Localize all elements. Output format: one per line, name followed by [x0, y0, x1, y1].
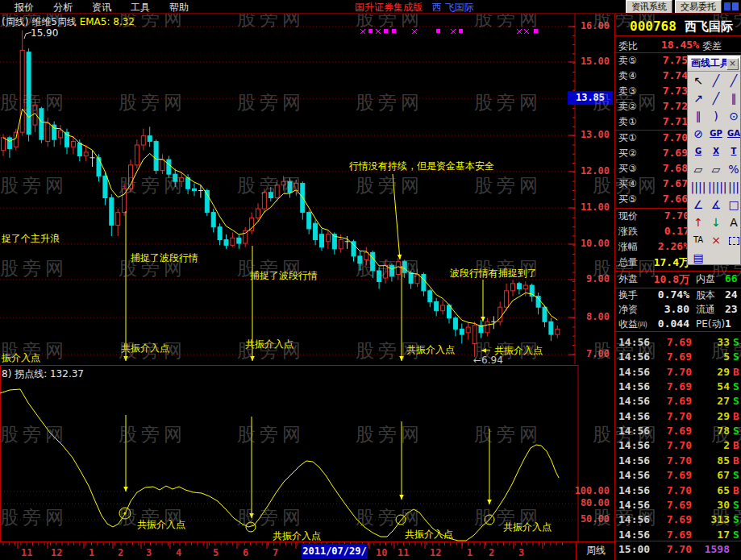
indicator-annotation[interactable]: 共振介入点 [503, 521, 552, 534]
price-axis-label[interactable]: 10.00 [568, 238, 610, 249]
tape-volume[interactable]: 29 [693, 366, 730, 378]
quote-level-price[interactable]: 7.74 [647, 69, 688, 81]
top-button-0[interactable]: 资讯系统 [626, 0, 672, 14]
tape-price[interactable]: 7.69 [651, 529, 692, 541]
tape-time[interactable]: 14:56 [618, 439, 650, 451]
percent-h-tool-icon[interactable]: X [708, 143, 724, 160]
trend-line-tool-icon[interactable]: ╱ [726, 73, 741, 89]
tape-price[interactable]: 7.70 [651, 543, 692, 555]
percent-line-tool-icon[interactable]: % [726, 161, 741, 177]
tape-price[interactable]: 7.69 [651, 513, 692, 525]
info-label[interactable]: 总量 [618, 255, 638, 269]
month-label[interactable]: 11 [398, 547, 409, 558]
tape-side[interactable]: S [733, 351, 739, 363]
tape-time[interactable]: 14:56 [618, 410, 650, 422]
palette-close-icon[interactable]: × [726, 58, 739, 70]
info-label[interactable]: 现价 [618, 209, 638, 223]
month-label[interactable]: 12 [51, 547, 62, 558]
tape-side[interactable]: S [733, 469, 739, 481]
tape-volume[interactable]: 85 [693, 454, 730, 467]
info-label[interactable]: 股本 [696, 288, 715, 302]
info-label[interactable]: 内盘 [696, 272, 715, 286]
tape-price[interactable]: 7.70 [651, 439, 692, 451]
info-value[interactable]: 0.044 [636, 317, 689, 330]
price-axis-label[interactable]: 11.00 [568, 201, 610, 213]
top-button-1[interactable]: 交易委托 [675, 0, 722, 14]
tape-price[interactable]: 7.70 [651, 410, 692, 422]
month-label[interactable]: 10 [376, 547, 387, 558]
month-label[interactable]: 2 [118, 547, 123, 558]
gp-tool-icon[interactable]: GP [708, 126, 724, 142]
quote-level-label[interactable]: 买③ [618, 162, 637, 176]
tape-time[interactable]: 15:00 [618, 543, 650, 555]
tape-volume[interactable]: 29 [693, 410, 730, 422]
chart-annotation[interactable]: 捉了个主升浪 [2, 232, 60, 246]
quote-level-label[interactable]: 卖② [618, 100, 637, 114]
info-value[interactable]: 24 [725, 288, 741, 301]
window-minimize-button[interactable] [724, 2, 731, 10]
info-value[interactable]: 0.74% [636, 288, 689, 301]
chart-annotation[interactable]: ←6.94 [473, 355, 503, 366]
quote-level-label[interactable]: 卖⑤ [618, 54, 637, 68]
tape-time[interactable]: 14:56 [618, 484, 650, 496]
info-value[interactable]: 17.4万 [638, 255, 689, 270]
info-value[interactable]: 3.80 [636, 303, 689, 315]
month-label[interactable]: 4 [176, 547, 181, 558]
info-value[interactable]: 2.26% [638, 240, 689, 252]
fib-time-tool-icon[interactable]: ||||| [708, 179, 724, 195]
ga-tool-icon[interactable]: GA [726, 126, 741, 142]
tape-side[interactable]: B [733, 366, 739, 378]
fan-line-tool-icon[interactable]: ∠ [690, 197, 706, 213]
tape-time[interactable]: 14:56 [618, 395, 650, 407]
cycle-line-tool-icon[interactable]: ||| [726, 179, 741, 195]
tape-volume[interactable]: 54 [693, 380, 730, 392]
info-label[interactable]: 流通 [696, 303, 715, 317]
tape-side[interactable]: B [733, 454, 739, 467]
info-label[interactable]: 涨跌 [618, 225, 638, 239]
tape-volume[interactable]: 65 [693, 484, 730, 496]
quote-level-label[interactable]: 买⑤ [618, 193, 637, 206]
info-value[interactable]: 0.17 [638, 225, 689, 237]
quote-level-price[interactable]: 7.71 [647, 115, 688, 127]
tape-time[interactable]: 14:56 [618, 513, 650, 525]
indicator-axis-label[interactable]: 100.00 [568, 485, 610, 496]
quote-level-label[interactable]: 卖③ [618, 85, 637, 98]
tape-volume[interactable]: 78 [693, 425, 730, 437]
down-channel-tool-icon[interactable]: ▱ [708, 161, 724, 177]
chart-annotation[interactable]: 振介入点 [2, 351, 40, 365]
price-axis-label[interactable]: 13.00 [568, 129, 610, 140]
tape-volume[interactable]: 27 [693, 395, 730, 407]
month-label[interactable]: 3 [146, 547, 152, 558]
tape-price[interactable]: 7.69 [651, 380, 692, 392]
cycle-tool-icon[interactable]: ⊘ [690, 126, 706, 142]
up-channel-tool-icon[interactable]: ▱ [690, 161, 706, 177]
info-value[interactable]: 23 [725, 303, 741, 315]
tape-volume[interactable]: 33 [693, 336, 730, 348]
tape-volume[interactable]: 17 [693, 529, 730, 541]
tape-price[interactable]: 7.70 [651, 454, 692, 467]
price-axis-label[interactable]: 15.00 [568, 56, 610, 67]
channel-line-tool-icon[interactable]: ∥ [690, 108, 706, 124]
indicator-axis-label[interactable]: 80.00 [568, 497, 610, 508]
tape-price[interactable]: 7.69 [651, 499, 692, 511]
tape-side[interactable]: S [733, 380, 739, 392]
info-label[interactable]: 外盘 [618, 272, 638, 286]
info-value[interactable]: 10.8万 [636, 272, 689, 287]
info-value[interactable]: 1 [725, 317, 741, 330]
quote-level-price[interactable]: 7.69 [647, 147, 688, 159]
price-axis-label[interactable]: 7.00 [568, 348, 610, 359]
info-value[interactable]: 7.70 [638, 209, 689, 222]
tape-time[interactable]: 14:56 [618, 380, 650, 392]
chart-annotation[interactable]: 共振介入点 [406, 343, 455, 357]
segment-tool-icon[interactable]: ╱ [708, 90, 724, 106]
indicator-annotation[interactable]: 共振介入点 [273, 529, 321, 543]
tape-price[interactable]: 7.69 [651, 395, 692, 407]
quote-level-label[interactable]: 买④ [618, 177, 637, 191]
month-label[interactable]: 1 [467, 547, 472, 558]
quote-level-label[interactable]: 买① [618, 131, 637, 145]
tape-side[interactable]: S [733, 425, 739, 437]
arc-tool-icon[interactable]: ) [708, 108, 724, 124]
month-label[interactable]: 7 [273, 547, 278, 558]
quote-level-price[interactable]: 7.70 [647, 131, 688, 143]
info-label[interactable]: 换手 [618, 288, 638, 302]
